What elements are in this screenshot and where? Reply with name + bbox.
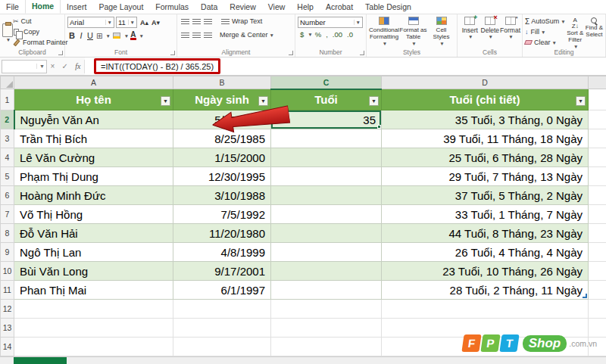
cell[interactable] — [589, 205, 606, 224]
cell[interactable]: Ngô Thị Lan — [14, 243, 173, 262]
fill-button[interactable]: ↓Fill▼ — [525, 26, 566, 37]
increase-font-icon[interactable]: A▴ — [140, 19, 148, 26]
cell[interactable] — [271, 148, 382, 167]
cell[interactable] — [271, 205, 382, 224]
row-header-9[interactable]: 9 — [1, 243, 14, 262]
copy-button[interactable]: Copy — [13, 26, 68, 37]
cell[interactable]: 11/20/1980 — [173, 224, 271, 243]
dialog-launcher-icon[interactable] — [58, 51, 63, 55]
percent-icon[interactable]: % — [315, 30, 321, 39]
enter-icon[interactable]: ✓ — [62, 62, 68, 70]
find-select-button[interactable]: Find & Select — [585, 16, 604, 48]
row-header-4[interactable]: 4 — [1, 148, 14, 167]
cell[interactable]: 9/17/2001 — [173, 262, 271, 281]
wrap-text-button[interactable]: Wrap Text — [220, 16, 262, 26]
cell[interactable] — [589, 167, 606, 186]
col-header-a[interactable]: A — [14, 76, 173, 89]
comma-style-icon[interactable]: , — [326, 30, 328, 39]
delete-cells-button[interactable]: × Delete ▼ — [480, 17, 501, 48]
cell[interactable]: Trần Thị Bích — [14, 129, 173, 148]
name-box[interactable]: ▼ — [2, 60, 47, 73]
insert-cells-button[interactable]: + Insert ▼ — [460, 17, 480, 48]
cut-button[interactable]: ✂Cut — [13, 16, 68, 26]
align-center-icon[interactable] — [192, 33, 201, 38]
cell[interactable]: Phan Thị Mai — [14, 281, 173, 300]
cell-styles-button[interactable]: Cell Styles ▼ — [427, 17, 455, 48]
cell[interactable]: 39 Tuổi, 11 Tháng, 18 Ngày — [382, 129, 589, 148]
cell[interactable] — [271, 319, 382, 338]
filter-button[interactable]: ▼ — [161, 96, 170, 106]
select-all-corner[interactable] — [1, 76, 14, 89]
format-as-table-button[interactable]: Format as Table ▼ — [399, 17, 427, 48]
tab-home[interactable]: Home — [25, 0, 61, 14]
cancel-icon[interactable]: × — [51, 62, 55, 70]
decrease-font-icon[interactable]: A▾ — [152, 19, 160, 26]
cell[interactable]: 33 Tuổi, 1 Tháng, 7 Ngày — [382, 205, 589, 224]
row-header-13[interactable]: 13 — [1, 319, 14, 338]
cell[interactable]: 6/1/1997 — [173, 281, 271, 300]
fill-handle[interactable] — [377, 125, 381, 129]
cell[interactable] — [271, 300, 382, 319]
cell[interactable]: Hoàng Minh Đức — [14, 186, 173, 205]
tab-help[interactable]: Help — [291, 1, 320, 14]
row-header-11[interactable]: 11 — [1, 281, 14, 300]
align-bottom-icon[interactable] — [204, 19, 212, 24]
row-header-6[interactable]: 6 — [1, 186, 14, 205]
cell[interactable] — [14, 300, 173, 319]
cell[interactable] — [589, 148, 606, 167]
cell[interactable] — [589, 262, 606, 281]
col-header-b[interactable]: B — [173, 76, 271, 89]
row-header-12[interactable]: 12 — [1, 300, 14, 319]
decrease-decimal-icon[interactable]: .0 — [347, 30, 353, 39]
cell[interactable]: 37 Tuổi, 5 Tháng, 2 Ngày — [382, 186, 589, 205]
currency-icon[interactable]: $ — [300, 30, 304, 39]
col-header-d[interactable]: D — [382, 76, 589, 89]
cell[interactable] — [271, 224, 382, 243]
format-cells-button[interactable]: ▪ Format ▼ — [500, 17, 520, 48]
cell[interactable] — [589, 129, 606, 148]
cell[interactable]: 44 Tuổi, 8 Tháng, 23 Ngày — [382, 224, 589, 243]
underline-button[interactable]: U — [86, 31, 95, 40]
tab-formulas[interactable]: Formulas — [149, 1, 195, 14]
font-color-icon[interactable]: A — [130, 31, 136, 40]
bold-button[interactable]: B — [67, 31, 77, 40]
filter-button[interactable]: ▼ — [576, 96, 586, 106]
cell[interactable]: 29 Tuổi, 7 Tháng, 13 Ngày — [382, 167, 589, 186]
cell[interactable]: 12/30/1995 — [173, 167, 271, 186]
font-family-combo[interactable]: Arial▼ — [67, 17, 114, 28]
row-header-1[interactable]: 1 — [1, 89, 14, 110]
align-top-icon[interactable] — [181, 19, 189, 24]
cell[interactable]: 23 Tuổi, 10 Tháng, 26 Ngày — [382, 262, 589, 281]
cell[interactable] — [173, 319, 271, 338]
col-header-e[interactable] — [589, 76, 606, 89]
cell[interactable]: 28 Tuổi, 2 Tháng, 11 Ngày — [382, 281, 589, 300]
sort-filter-button[interactable]: AZ↓ Sort & Filter ▼ — [566, 16, 585, 48]
cell[interactable] — [271, 338, 382, 356]
col-header-c[interactable]: C — [271, 76, 382, 89]
cell[interactable] — [271, 167, 382, 186]
paste-button[interactable]: ▼ — [2, 21, 13, 42]
borders-icon[interactable]: ⊞ — [96, 32, 102, 40]
cell[interactable]: Lê Văn Cường — [14, 148, 173, 167]
tab-table-design[interactable]: Table Design — [359, 1, 417, 14]
cell[interactable] — [589, 89, 606, 110]
number-format-combo[interactable]: Number▼ — [298, 17, 363, 28]
insert-function-icon[interactable]: fx — [75, 62, 80, 70]
cell[interactable]: Võ Thị Hồng — [14, 205, 173, 224]
autosum-button[interactable]: ΣAutoSum▼ — [525, 16, 566, 26]
table-header-hoten[interactable]: Họ tên▼ — [14, 89, 173, 110]
cell[interactable] — [14, 319, 173, 338]
cell[interactable] — [589, 243, 606, 262]
cell[interactable]: Phạm Thị Dung — [14, 167, 173, 186]
table-header-chitiet[interactable]: Tuổi (chi tiết)▼ — [382, 89, 589, 110]
row-header-10[interactable]: 10 — [1, 262, 14, 281]
table-resize-handle[interactable] — [583, 294, 587, 298]
cell[interactable] — [589, 300, 606, 319]
cell[interactable] — [589, 281, 606, 300]
font-size-combo[interactable]: 11▼ — [116, 17, 137, 28]
tab-acrobat[interactable]: Acrobat — [320, 1, 359, 14]
cell[interactable]: 7/5/1992 — [173, 205, 271, 224]
cell[interactable] — [271, 129, 382, 148]
cell[interactable]: Đỗ Văn Hải — [14, 224, 173, 243]
tab-page-layout[interactable]: Page Layout — [92, 1, 149, 14]
